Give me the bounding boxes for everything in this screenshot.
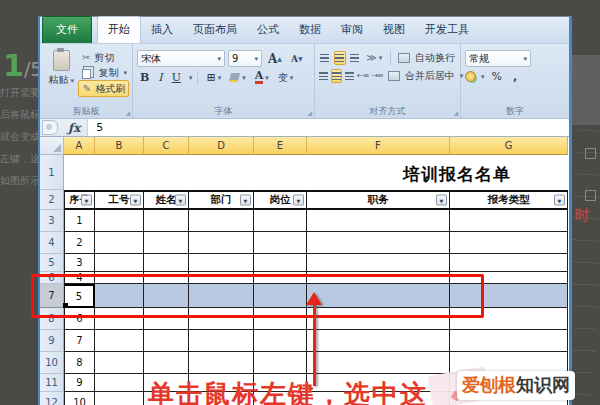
column-header-c[interactable]: C [144, 137, 189, 155]
cell[interactable] [95, 374, 144, 392]
align-bottom-button[interactable] [349, 51, 361, 65]
tab-developer[interactable]: 开发工具 [415, 17, 479, 43]
cell[interactable] [95, 232, 144, 254]
cell-seq[interactable]: 8 [64, 352, 95, 374]
fill-color-button[interactable]: ▾ [227, 70, 249, 85]
align-top-button[interactable] [319, 51, 331, 65]
tab-insert[interactable]: 插入 [141, 17, 183, 43]
paste-button[interactable]: 粘贴▾ [44, 47, 78, 105]
cell[interactable] [95, 392, 144, 405]
cell[interactable] [450, 330, 568, 352]
formula-input[interactable]: 5 [87, 119, 569, 136]
tab-page-layout[interactable]: 页面布局 [183, 17, 247, 43]
cell[interactable] [254, 254, 307, 272]
tab-file[interactable]: 文件 [42, 16, 92, 43]
column-header-b[interactable]: B [95, 137, 144, 155]
cell[interactable] [307, 210, 450, 232]
cell[interactable] [307, 232, 450, 254]
cell[interactable] [144, 210, 189, 232]
row-header-12[interactable]: 12 [40, 392, 64, 405]
header-cell-examtype[interactable]: 报考类型▼ [450, 190, 568, 210]
cell-seq[interactable]: 2 [64, 232, 95, 254]
cell-seq[interactable]: 3 [64, 254, 95, 272]
column-header-a[interactable]: A [64, 137, 95, 155]
column-header-f[interactable]: F [307, 137, 450, 155]
row-header-5[interactable]: 5 [40, 254, 64, 272]
font-name-select[interactable]: 宋体▾ [137, 50, 225, 67]
column-header-d[interactable]: D [189, 137, 254, 155]
underline-button[interactable]: U [169, 70, 184, 85]
cell-seq[interactable]: 1 [64, 210, 95, 232]
cell-seq[interactable]: 10 [64, 392, 95, 405]
percent-button[interactable]: % [488, 70, 506, 83]
select-all-corner[interactable] [40, 137, 64, 155]
font-size-select[interactable]: 9▾ [228, 50, 262, 67]
orientation-button[interactable]: ≫▾ [363, 50, 385, 65]
column-header-g[interactable]: G [450, 137, 568, 155]
row-header-3[interactable]: 3 [40, 210, 64, 232]
cell[interactable] [95, 352, 144, 374]
align-right-button[interactable] [345, 69, 354, 83]
cell[interactable] [254, 330, 307, 352]
cell[interactable] [95, 254, 144, 272]
cell[interactable] [307, 254, 450, 272]
cell[interactable] [95, 330, 144, 352]
filter-icon[interactable]: ▼ [175, 195, 186, 206]
cell[interactable] [189, 232, 254, 254]
cell[interactable] [189, 352, 254, 374]
shrink-font-button[interactable]: A▼ [288, 51, 306, 66]
bold-button[interactable]: B [137, 70, 152, 85]
cell[interactable] [189, 330, 254, 352]
cell-seq[interactable]: 9 [64, 374, 95, 392]
header-cell-dept[interactable]: 部门▼ [189, 190, 254, 210]
row-header-9[interactable]: 9 [40, 330, 64, 352]
row-header-10[interactable]: 10 [40, 352, 64, 374]
cell[interactable] [144, 254, 189, 272]
filter-icon[interactable]: ▼ [81, 195, 92, 206]
chevron-down-icon[interactable]: ▾ [481, 73, 485, 81]
font-color-button[interactable]: A▾ [252, 70, 272, 85]
align-middle-button[interactable] [334, 51, 346, 65]
row-header-1[interactable]: 1 [40, 155, 64, 190]
filter-icon[interactable]: ▼ [293, 195, 304, 206]
cell[interactable] [450, 254, 568, 272]
cell[interactable] [144, 330, 189, 352]
wrap-text-button[interactable]: 自动换行 [396, 50, 457, 65]
increase-indent-icon[interactable]: →≡ [371, 71, 382, 80]
filter-icon[interactable]: ▼ [240, 195, 251, 206]
column-header-e[interactable]: E [254, 137, 307, 155]
row-header-11[interactable]: 11 [40, 374, 64, 392]
cell[interactable] [144, 352, 189, 374]
row-header-2[interactable]: 2 [40, 190, 64, 210]
cell[interactable] [189, 210, 254, 232]
row-header-4[interactable]: 4 [40, 232, 64, 254]
dialog-launcher-icon[interactable]: ◢ [307, 110, 312, 116]
cell[interactable] [450, 232, 568, 254]
tab-formulas[interactable]: 公式 [247, 17, 289, 43]
tab-home[interactable]: 开始 [97, 16, 141, 43]
cell[interactable] [254, 232, 307, 254]
filter-icon[interactable]: ▼ [554, 195, 565, 206]
dialog-launcher-icon[interactable]: ◢ [453, 110, 458, 116]
header-cell-name[interactable]: 姓名▼ [144, 190, 189, 210]
cell[interactable] [189, 254, 254, 272]
format-painter-button[interactable]: ✎格式刷 [78, 80, 129, 97]
grow-font-button[interactable]: A▲ [265, 51, 285, 66]
cell[interactable] [254, 352, 307, 374]
cell[interactable] [95, 210, 144, 232]
cell[interactable] [307, 330, 450, 352]
header-cell-post[interactable]: 岗位▼ [254, 190, 307, 210]
header-cell-empid[interactable]: 工号▼ [95, 190, 144, 210]
filter-icon[interactable]: ▼ [436, 195, 447, 206]
cell[interactable] [450, 210, 568, 232]
header-cell-title[interactable]: 职务▼ [307, 190, 450, 210]
title-row-cell[interactable]: 培训报名名单 [64, 155, 569, 190]
tab-data[interactable]: 数据 [289, 17, 331, 43]
cell[interactable] [307, 352, 450, 374]
align-left-button[interactable] [319, 69, 328, 83]
phonetic-button[interactable]: 变▾ [275, 70, 297, 85]
merge-center-button[interactable]: 合并后居中▾ [386, 68, 466, 83]
filter-icon[interactable]: ▼ [130, 195, 141, 206]
comma-button[interactable]: , [509, 70, 521, 83]
dialog-launcher-icon[interactable]: ◢ [125, 110, 130, 116]
